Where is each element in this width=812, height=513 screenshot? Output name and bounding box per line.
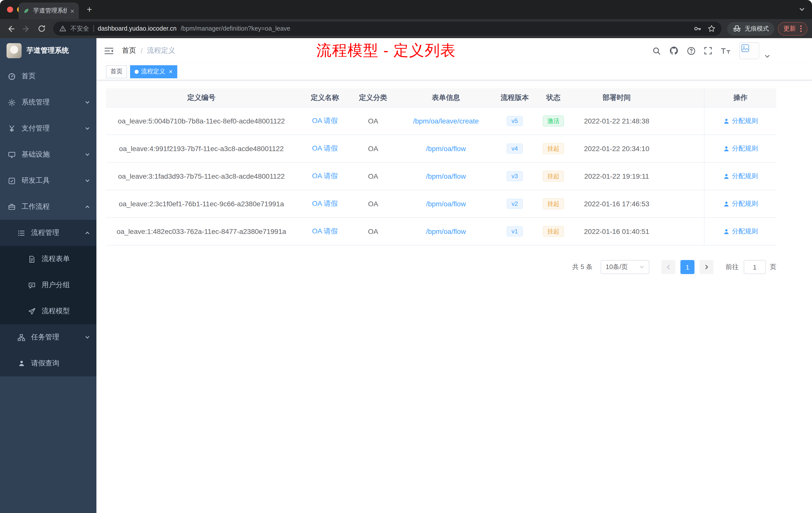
sidebar: 芋道管理系统 首页 系统管理 支付管理 基础设施 (0, 38, 96, 513)
chat-icon (28, 281, 36, 289)
column-header: 表单信息 (393, 88, 499, 107)
page-size-select[interactable]: 10条/页 (601, 260, 649, 274)
key-icon[interactable] (694, 25, 701, 33)
definition-name-link[interactable]: OA 请假 (312, 199, 338, 208)
person-icon (17, 360, 26, 367)
version-badge: v5 (506, 116, 523, 126)
form-link[interactable]: /bpm/oa/flow (426, 145, 466, 153)
sidebar-item-label: 基础设施 (22, 150, 50, 159)
assign-rule-link[interactable]: 分配规则 (723, 199, 758, 208)
page-number-1[interactable]: 1 (680, 260, 695, 274)
sidebar-item-system[interactable]: 系统管理 (0, 89, 96, 116)
form-link[interactable]: /bpm/oa/flow (426, 172, 466, 180)
sidebar-item-home[interactable]: 首页 (0, 63, 96, 89)
status-badge: 挂起 (543, 198, 564, 209)
column-header: 部署时间 (576, 88, 657, 107)
briefcase-icon (7, 203, 16, 211)
version-badge: v2 (506, 199, 523, 209)
chevron-up-icon (85, 204, 90, 209)
page-annotation: 流程模型 - 定义列表 (316, 40, 456, 61)
column-header: 流程版本 (499, 88, 531, 107)
definition-table: 定义编号 定义名称 定义分类 表单信息 流程版本 状态 部署时间 操作 oa_l… (106, 88, 776, 245)
assign-rule-link[interactable]: 分配规则 (723, 117, 758, 125)
sidebar-toggle-icon[interactable] (105, 47, 114, 55)
sidebar-item-label: 研发工具 (22, 176, 50, 185)
tag-label: 流程定义 (141, 67, 165, 76)
breadcrumb-home[interactable]: 首页 (122, 46, 136, 55)
goto-page-input[interactable] (744, 260, 766, 274)
assign-rule-link[interactable]: 分配规则 (723, 144, 758, 153)
new-tab-button[interactable]: + (84, 4, 95, 15)
help-icon[interactable] (687, 47, 696, 55)
caret-down-icon[interactable] (765, 55, 770, 58)
github-icon[interactable] (669, 46, 678, 55)
prev-page-button[interactable] (661, 260, 675, 274)
definition-name-link[interactable]: OA 请假 (312, 172, 338, 181)
reload-button[interactable] (36, 23, 48, 35)
sidebar-item-infrastructure[interactable]: 基础设施 (0, 142, 96, 168)
tab-close-icon[interactable]: × (70, 7, 74, 14)
sidebar-item-task-management[interactable]: 任务管理 (0, 324, 96, 350)
tag-close-icon[interactable]: × (169, 68, 173, 75)
assign-rule-link[interactable]: 分配规则 (723, 172, 758, 181)
document-icon (28, 255, 36, 263)
definition-name-link[interactable]: OA 请假 (312, 227, 338, 236)
definition-id: oa_leave:5:004b710b-7b8a-11ec-8ef0-acde4… (106, 108, 297, 134)
incognito-badge: 无痕模式 (727, 22, 774, 35)
deploy-time: 2022-01-22 21:48:38 (576, 108, 657, 134)
chevron-down-icon (85, 152, 90, 157)
update-chip[interactable]: 更新 (778, 22, 808, 35)
tag-process-definition[interactable]: 流程定义 × (130, 65, 177, 78)
form-link[interactable]: /bpm/oa/flow (426, 228, 466, 235)
bookmark-star-icon[interactable] (707, 25, 716, 33)
next-page-button[interactable] (699, 260, 714, 274)
sidebar-item-process-model[interactable]: 流程模型 (0, 298, 96, 324)
yen-icon (7, 125, 16, 132)
definition-category: OA (353, 108, 393, 134)
address-bar[interactable]: 不安全 dashboard.yudao.iocoder.cn /bpm/mana… (53, 22, 722, 36)
status-badge: 挂起 (543, 143, 564, 154)
sidebar-item-user-group[interactable]: 用户分组 (0, 272, 96, 298)
search-icon[interactable] (652, 47, 661, 55)
tab-search-chevron-icon[interactable] (799, 6, 805, 12)
definition-category: OA (353, 135, 393, 162)
tag-home[interactable]: 首页 (106, 65, 127, 78)
sidebar-item-dev-tools[interactable]: 研发工具 (0, 168, 96, 194)
forward-button[interactable] (20, 23, 32, 35)
chevron-down-icon (85, 126, 90, 131)
form-link[interactable]: /bpm/oa/flow (426, 200, 466, 208)
deploy-time: 2022-01-22 20:34:10 (576, 135, 657, 162)
close-window-button[interactable] (7, 6, 13, 12)
assign-rule-link[interactable]: 分配规则 (723, 227, 758, 236)
list-icon (17, 229, 26, 237)
more-vert-icon[interactable] (800, 25, 802, 32)
sidebar-item-payment[interactable]: 支付管理 (0, 116, 96, 142)
dashboard-icon (7, 72, 16, 80)
sidebar-item-label: 系统管理 (22, 98, 50, 107)
omnibox-divider (93, 25, 94, 32)
sidebar-item-process-management[interactable]: 流程管理 (0, 220, 96, 246)
definition-name-link[interactable]: OA 请假 (312, 117, 338, 125)
sidebar-item-process-form[interactable]: 流程表单 (0, 246, 96, 272)
font-size-icon[interactable] (721, 47, 731, 55)
definition-category: OA (353, 218, 393, 245)
fullscreen-icon[interactable] (704, 47, 712, 55)
goto-label: 前往 (726, 263, 739, 272)
user-avatar[interactable] (739, 42, 759, 59)
sidebar-logo[interactable]: 芋道管理系统 (0, 38, 96, 63)
breadcrumb-separator: / (141, 47, 143, 55)
header-actions (652, 42, 770, 59)
content: 定义编号 定义名称 定义分类 表单信息 流程版本 状态 部署时间 操作 oa_l… (96, 80, 812, 274)
table-header-row: 定义编号 定义名称 定义分类 表单信息 流程版本 状态 部署时间 操作 (106, 88, 776, 108)
browser-tab[interactable]: 芋道管理系统 × (19, 2, 79, 19)
version-badge: v4 (506, 144, 523, 154)
user-icon (723, 118, 729, 124)
sidebar-item-workflow[interactable]: 工作流程 (0, 194, 96, 220)
form-link[interactable]: /bpm/oa/leave/create (413, 117, 479, 125)
definition-category: OA (353, 163, 393, 190)
definition-name-link[interactable]: OA 请假 (312, 144, 338, 153)
version-badge: v3 (506, 171, 523, 181)
sidebar-item-leave-query[interactable]: 请假查询 (0, 350, 96, 376)
back-button[interactable] (4, 23, 17, 35)
user-icon (723, 173, 729, 179)
